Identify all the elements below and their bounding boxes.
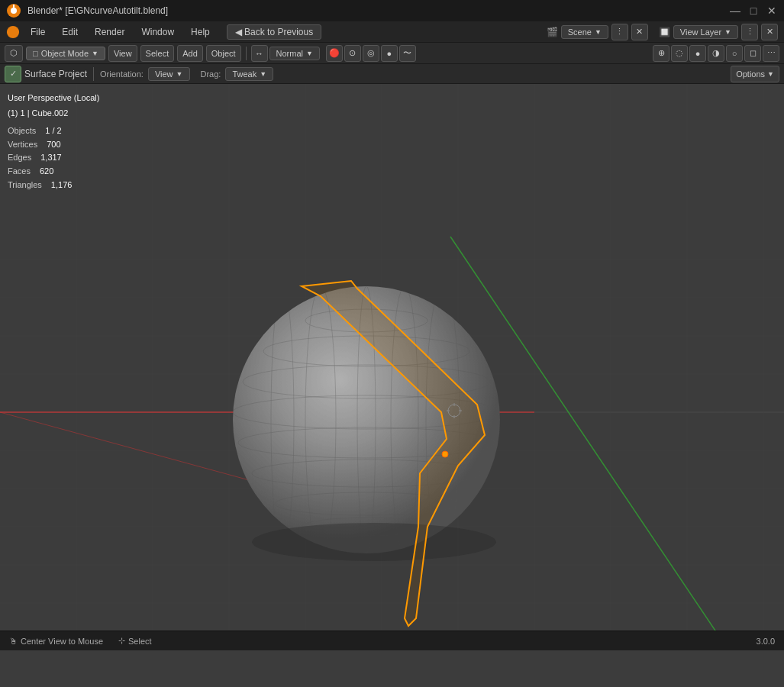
perspective-label: User Perspective (Local)	[8, 92, 99, 105]
faces-label: Faces	[8, 165, 31, 179]
scene-options-icon[interactable]: ⋮	[611, 24, 628, 40]
menu-render[interactable]: Render	[89, 25, 131, 39]
select-menu[interactable]: Select	[140, 45, 175, 62]
view-layer-close-icon[interactable]: ✕	[761, 24, 778, 40]
layers-icon: 🔲	[659, 27, 670, 37]
blender-logo	[6, 3, 21, 18]
editor-icon: ⬡	[10, 48, 18, 58]
vertices-value: 700	[47, 138, 60, 152]
triangles-label: Triangles	[8, 179, 42, 192]
svg-point-58	[252, 523, 496, 561]
mode-icon: □	[33, 49, 38, 58]
view-layer-dropdown[interactable]: View Layer ▼	[673, 25, 738, 39]
triangles-value: 1,176	[51, 179, 73, 192]
shading2-icon[interactable]: ◑	[708, 45, 724, 62]
gizmo-icon[interactable]: ⊕	[653, 45, 669, 62]
faces-value: 620	[40, 165, 53, 179]
version-label: 3.0.0	[757, 637, 775, 646]
minimize-button[interactable]: —	[729, 5, 741, 17]
drag-dropdown[interactable]: Tweak ▼	[225, 67, 273, 81]
sep2	[93, 67, 94, 81]
snap-icon[interactable]: 🔴	[326, 45, 343, 62]
orientation-label: Orientation:	[100, 69, 144, 79]
wave-icon[interactable]: 〜	[399, 45, 416, 62]
orientation-dropdown[interactable]: View ▼	[148, 67, 190, 81]
toolbar-row2: ⬡ □ Object Mode ▼ View Select Add Object…	[0, 43, 784, 64]
objects-label: Objects	[8, 124, 36, 138]
surface-project-icon[interactable]: ✓	[5, 66, 21, 82]
back-arrow-icon: ◀	[235, 27, 242, 37]
select-label: Select	[128, 637, 152, 646]
menu-file[interactable]: File	[24, 25, 51, 39]
menu-window[interactable]: Window	[135, 25, 180, 39]
editor-type-button[interactable]: ⬡	[5, 45, 23, 62]
more-icon[interactable]: ⋯	[763, 45, 779, 62]
title-bar: Blender* [E\GNcurveAutotilt.blend] — □ ✕	[0, 0, 784, 21]
scene-svg	[0, 84, 784, 631]
shading1-icon[interactable]: ●	[689, 45, 706, 62]
status-left: 🖱 Center View to Mouse	[9, 637, 103, 646]
stats-overlay: User Perspective (Local) (1) 1 | Cube.00…	[8, 92, 99, 192]
toolbar-row3: ✓ Surface Project Orientation: View ▼ Dr…	[0, 64, 784, 84]
view-layer-options-icon[interactable]: ⋮	[741, 24, 758, 40]
add-menu[interactable]: Add	[177, 45, 203, 62]
blender-icon	[6, 25, 20, 39]
shading3-icon[interactable]: ○	[726, 45, 743, 62]
status-bar: 🖱 Center View to Mouse ⊹ Select 3.0.0	[0, 631, 784, 650]
menu-help[interactable]: Help	[185, 25, 216, 39]
view-menu[interactable]: View	[108, 45, 137, 62]
svg-point-59	[442, 451, 448, 457]
drag-label: Drag:	[201, 69, 221, 79]
menu-edit[interactable]: Edit	[56, 25, 84, 39]
topbar: File Edit Render Window Help ◀ Back to P…	[0, 21, 784, 43]
overlay-icon[interactable]: ◌	[671, 45, 688, 62]
viewport[interactable]: User Perspective (Local) (1) 1 | Cube.00…	[0, 84, 784, 631]
back-to-previous-button[interactable]: ◀ Back to Previous	[227, 24, 321, 40]
vertices-label: Vertices	[8, 138, 37, 152]
maximize-button[interactable]: □	[747, 5, 760, 17]
object-name: (1) 1 | Cube.002	[8, 107, 99, 121]
camera-icon: 🎬	[547, 27, 558, 37]
close-button[interactable]: ✕	[766, 5, 778, 17]
surface-project-label: Surface Project	[24, 69, 87, 79]
transform-icon[interactable]: ↔	[251, 45, 268, 62]
center-view-label: Center View to Mouse	[21, 637, 103, 646]
cursor-icon: ⊹	[118, 636, 125, 646]
status-middle: ⊹ Select	[118, 636, 152, 646]
edges-value: 1,317	[40, 151, 62, 165]
toolbar-separator	[246, 47, 247, 60]
svg-point-1	[11, 8, 17, 14]
scene-close-icon[interactable]: ✕	[631, 24, 648, 40]
object-menu[interactable]: Object	[206, 45, 241, 62]
normal-dropdown[interactable]: Normal ▼	[269, 47, 320, 60]
options-button[interactable]: Options ▼	[731, 66, 779, 82]
proportional-icon[interactable]: ⊙	[344, 45, 361, 62]
svg-point-3	[7, 25, 19, 37]
mouse-icon: 🖱	[9, 637, 18, 646]
shading4-icon[interactable]: ◻	[744, 45, 761, 62]
proportional2-icon[interactable]: ◎	[363, 45, 379, 62]
objects-value: 1 / 2	[45, 124, 61, 138]
object-mode-dropdown[interactable]: □ Object Mode ▼	[26, 47, 105, 60]
window-controls: — □ ✕	[729, 5, 778, 17]
scene-dropdown[interactable]: Scene ▼	[561, 25, 608, 39]
edges-label: Edges	[8, 151, 31, 165]
window-title: Blender* [E\GNcurveAutotilt.blend]	[27, 5, 168, 16]
pin-icon[interactable]: ●	[381, 45, 398, 62]
